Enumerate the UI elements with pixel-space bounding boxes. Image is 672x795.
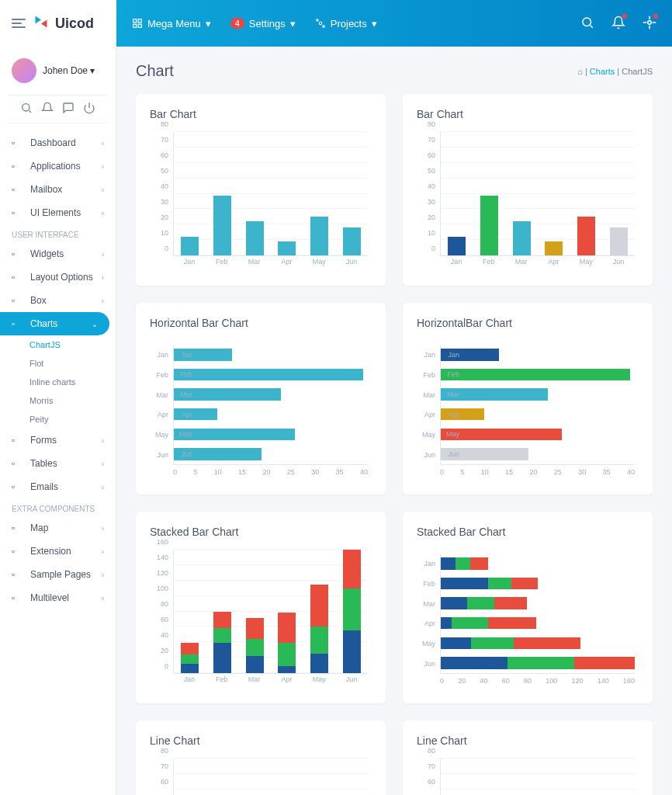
card-title: Stacked Bar Chart bbox=[150, 526, 372, 538]
brand-logo[interactable]: Uicod bbox=[33, 14, 94, 33]
power-icon[interactable] bbox=[83, 102, 95, 116]
nav-sub-peity[interactable]: Peity bbox=[0, 410, 116, 429]
brand-name: Uicod bbox=[55, 16, 94, 32]
card-line2: Line Chart 01020304050607080JanFebMarApr… bbox=[403, 720, 653, 795]
nav-mailbox[interactable]: ▫Mailbox› bbox=[0, 178, 116, 201]
card-stack2: Stacked Bar Chart 020406080100120140160J… bbox=[403, 512, 653, 703]
chevron-right-icon: › bbox=[102, 460, 104, 468]
gear-icon[interactable] bbox=[643, 16, 656, 32]
chevron-right-icon: › bbox=[102, 186, 104, 194]
svg-point-7 bbox=[583, 18, 591, 26]
chevron-right-icon: › bbox=[102, 436, 104, 445]
nav-sample-pages[interactable]: ▫Sample Pages› bbox=[0, 563, 116, 586]
nav-tables[interactable]: ▫Tables› bbox=[0, 452, 116, 475]
svg-rect-2 bbox=[133, 24, 137, 27]
card-line1: Line Chart 01020304050607080JanFebMarApr… bbox=[136, 720, 386, 795]
avatar bbox=[12, 58, 36, 83]
chart-stack1: 020406080100120140160JanFebMarAprMayJun bbox=[150, 550, 372, 689]
nav-box[interactable]: ▫Box› bbox=[0, 289, 116, 312]
nav-sub-flot[interactable]: Flot bbox=[0, 354, 116, 373]
crumb-charts[interactable]: Charts bbox=[590, 67, 615, 76]
card-title: Horizontal Bar Chart bbox=[150, 317, 372, 329]
nav-icon: ▫ bbox=[12, 161, 24, 172]
chevron-down-icon: ▾ bbox=[372, 18, 377, 30]
chart-bar2: 01020304050607080JanFebMarAprMayJun bbox=[417, 132, 639, 272]
card-hbar1: Horizontal Bar Chart JanFebMarAprMayJun0… bbox=[136, 303, 386, 495]
chevron-right-icon: › bbox=[102, 250, 104, 259]
svg-rect-0 bbox=[133, 19, 137, 23]
nav-icon: ▫ bbox=[12, 184, 24, 195]
card-title: Line Chart bbox=[417, 734, 639, 747]
projects-dropdown[interactable]: Projects ▾ bbox=[315, 18, 377, 30]
nav-layout-options[interactable]: ▫Layout Options› bbox=[0, 266, 116, 289]
breadcrumb: ⌂ | Charts | ChartJS bbox=[577, 67, 653, 76]
nav-map[interactable]: ▫Map› bbox=[0, 516, 116, 540]
svg-rect-3 bbox=[138, 24, 141, 27]
mega-menu-dropdown[interactable]: Mega Menu ▾ bbox=[132, 18, 211, 30]
chart-stack2: 020406080100120140160JanFebMarAprMayJun bbox=[417, 550, 639, 689]
nav-sub-morris[interactable]: Morris bbox=[0, 391, 116, 410]
sidebar: Johen Doe ▾ ▫Dashboard›▫Applications›▫Ma… bbox=[0, 47, 116, 795]
nav-icon: ▫ bbox=[12, 546, 24, 557]
nav-widgets[interactable]: ▫Widgets› bbox=[0, 242, 116, 266]
chevron-down-icon: ▾ bbox=[206, 18, 211, 30]
nav-icon: ▫ bbox=[12, 435, 24, 446]
settings-dropdown[interactable]: 4 Settings ▾ bbox=[230, 18, 296, 30]
chat-icon[interactable] bbox=[62, 102, 74, 116]
bell-icon[interactable] bbox=[41, 102, 54, 116]
nav-multilevel[interactable]: ▫Multilevel› bbox=[0, 586, 116, 609]
nav-icon: ▫ bbox=[12, 207, 24, 218]
nav-sub-inline-charts[interactable]: Inline charts bbox=[0, 373, 116, 391]
nav-icon: ▫ bbox=[12, 481, 24, 492]
nav-forms[interactable]: ▫Forms› bbox=[0, 429, 116, 452]
svg-point-5 bbox=[317, 19, 318, 21]
chevron-right-icon: › bbox=[102, 594, 104, 602]
nav-icon: ▫ bbox=[12, 522, 24, 533]
chart-hbar1: JanFebMarAprMayJun0510152025303540JanFeb… bbox=[150, 341, 372, 481]
chevron-right-icon: › bbox=[102, 571, 104, 579]
settings-badge: 4 bbox=[230, 18, 244, 29]
menu-toggle-icon[interactable] bbox=[12, 19, 26, 28]
card-title: HorizontalBar Chart bbox=[417, 317, 639, 329]
card-title: Line Chart bbox=[150, 734, 372, 747]
chevron-right-icon: ⌄ bbox=[92, 320, 98, 328]
nav-sub-chartjs[interactable]: ChartJS bbox=[0, 335, 116, 354]
chevron-right-icon: › bbox=[102, 209, 104, 217]
nav-icon: ▫ bbox=[12, 295, 24, 306]
svg-point-9 bbox=[22, 104, 29, 111]
nav-group-extra: EXTRA COMPONENTS bbox=[0, 498, 116, 516]
user-menu[interactable]: Johen Doe ▾ bbox=[0, 58, 116, 95]
chevron-right-icon: › bbox=[102, 297, 104, 305]
nav-ui-elements[interactable]: ▫UI Elements› bbox=[0, 201, 116, 224]
nav-emails[interactable]: ▫Emails› bbox=[0, 475, 116, 498]
card-title: Stacked Bar Chart bbox=[417, 526, 639, 538]
chevron-right-icon: › bbox=[102, 139, 104, 148]
nav-group-ui: USER INTERFACE bbox=[0, 224, 116, 242]
nav-icon: ▫ bbox=[12, 272, 24, 283]
svg-point-4 bbox=[319, 22, 322, 25]
main-content: Chart ⌂ | Charts | ChartJS Bar Chart 010… bbox=[116, 47, 672, 795]
search-icon[interactable] bbox=[580, 16, 594, 32]
chevron-right-icon: › bbox=[102, 483, 104, 491]
nav-dashboard[interactable]: ▫Dashboard› bbox=[0, 131, 116, 154]
chevron-right-icon: › bbox=[102, 162, 104, 171]
nav-icon: ▫ bbox=[12, 569, 24, 580]
bell-icon[interactable] bbox=[611, 16, 625, 32]
nav-charts[interactable]: ▫Charts⌄ bbox=[0, 312, 109, 335]
nav-icon: ▫ bbox=[12, 318, 24, 329]
chart-bar1: 01020304050607080JanFebMarAprMayJun bbox=[150, 132, 372, 272]
card-title: Bar Chart bbox=[417, 108, 639, 120]
card-hbar2: HorizontalBar Chart JanFebMarAprMayJun05… bbox=[403, 303, 653, 495]
search-icon[interactable] bbox=[20, 102, 33, 116]
notification-dot bbox=[622, 14, 627, 19]
nav-extension[interactable]: ▫Extension› bbox=[0, 540, 116, 563]
card-title: Bar Chart bbox=[150, 108, 372, 120]
home-icon[interactable]: ⌂ bbox=[577, 67, 583, 76]
chevron-down-icon: ▾ bbox=[290, 18, 296, 30]
topbar: Uicod Mega Menu ▾ 4 Settings ▾ Projects … bbox=[0, 0, 672, 47]
nav-icon: ▫ bbox=[12, 458, 24, 469]
logo-icon bbox=[33, 14, 49, 33]
nav-icon: ▫ bbox=[12, 248, 24, 259]
nav-applications[interactable]: ▫Applications› bbox=[0, 154, 116, 178]
chart-line1: 01020304050607080JanFebMarAprMayJun bbox=[150, 759, 372, 795]
